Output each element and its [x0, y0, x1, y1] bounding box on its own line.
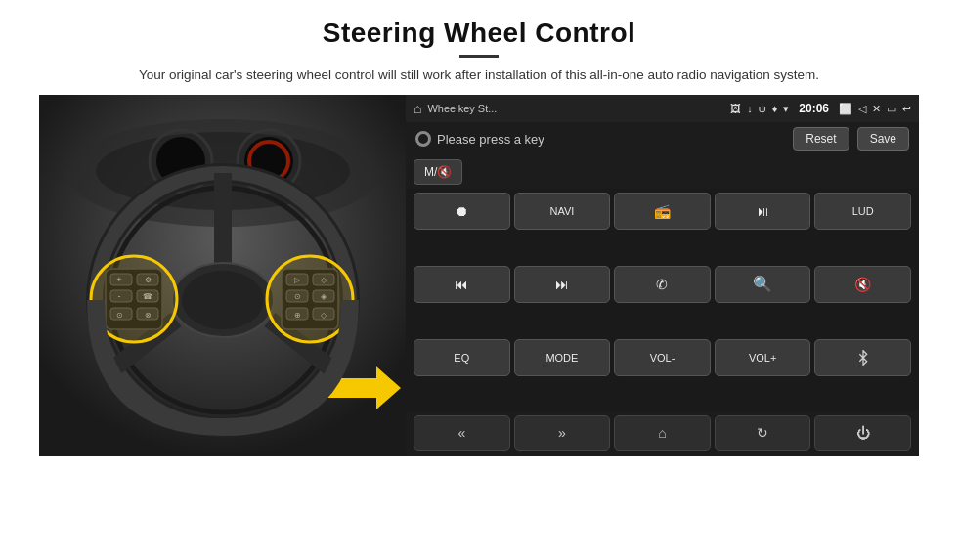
grid-btn-playpause[interactable]: ⏯ — [715, 193, 811, 230]
forward-icon: » — [558, 425, 566, 441]
title-divider — [459, 55, 499, 58]
bluetooth-icon — [855, 350, 871, 366]
content-row: + ⚙ - ☎ ⊙ ⊗ ▷ ◇ ⊙ ◈ ⊕ ◇ — [39, 95, 919, 456]
prev-icon: ⏮ — [455, 277, 468, 292]
mute-row: M/🔇 — [406, 155, 919, 189]
mute-icon: 🔇 — [854, 277, 871, 292]
grid-btn-prev[interactable]: ⏮ — [414, 266, 510, 303]
press-key-text: Please press a key — [437, 132, 544, 147]
vol-down-label: VOL- — [650, 352, 675, 364]
eq-label: EQ — [454, 352, 469, 364]
nav-rewind[interactable]: « — [414, 415, 510, 451]
rewind-icon: « — [457, 425, 465, 441]
refresh-icon: ↻ — [757, 425, 768, 441]
grid-btn-navi[interactable]: NAVI — [514, 193, 611, 230]
mute-mode-label: M/🔇 — [424, 165, 452, 179]
radio-icon: 📻 — [654, 203, 671, 219]
mode-label: MODE — [545, 352, 578, 364]
grid-btn-mode[interactable]: MODE — [514, 339, 611, 376]
next-icon: ⏭ — [555, 277, 569, 292]
grid-btn-bt[interactable] — [814, 339, 911, 376]
status-signal-icon: ψ — [759, 103, 766, 114]
title-section: Steering Wheel Control Your original car… — [39, 18, 919, 85]
radio-ui: ⌂ Wheelkey St... 🖼 ↓ ψ ♦ ▾ 20:06 ⬜ ◁ ✕ ▭… — [406, 95, 919, 456]
search-icon: 🔍 — [753, 275, 772, 293]
status-media-icons: 🖼 — [730, 103, 741, 114]
page-wrapper: Steering Wheel Control Your original car… — [0, 0, 958, 560]
phone-icon: ✆ — [656, 277, 668, 292]
top-bar: Please press a key Reset Save — [406, 122, 919, 155]
status-download-icon: ↓ — [747, 103, 753, 114]
reset-button[interactable]: Reset — [793, 127, 849, 151]
svg-point-15 — [182, 271, 264, 329]
status-bar: ⌂ Wheelkey St... 🖼 ↓ ψ ♦ ▾ 20:06 ⬜ ◁ ✕ ▭… — [406, 95, 919, 122]
status-wifi-icon: ▾ — [783, 103, 789, 115]
nav-refresh[interactable]: ↻ — [715, 415, 811, 451]
car-image-section: + ⚙ - ☎ ⊙ ⊗ ▷ ◇ ⊙ ◈ ⊕ ◇ — [39, 95, 406, 456]
navi-label: NAVI — [549, 205, 574, 217]
radio-circle-icon — [415, 131, 431, 147]
status-camera-icon: ⬜ — [839, 103, 852, 115]
status-time: 20:06 — [799, 102, 829, 115]
grid-btn-radio[interactable]: 📻 — [614, 193, 711, 230]
status-vol-icon[interactable]: ◁ — [858, 103, 866, 115]
source-icon: ⏺ — [455, 203, 468, 219]
playpause-icon: ⏯ — [756, 203, 769, 219]
status-cast-icon[interactable]: ▭ — [887, 103, 896, 115]
subtitle: Your original car's steering wheel contr… — [108, 65, 850, 85]
app-name-label: Wheelkey St... — [427, 103, 724, 114]
grid-btn-search[interactable]: 🔍 — [715, 266, 811, 303]
status-location-icon: ♦ — [772, 103, 778, 114]
grid-btn-vol-up[interactable]: VOL+ — [715, 339, 811, 376]
power-icon: ⏻ — [856, 425, 870, 441]
nav-home-icon: ⌂ — [658, 425, 666, 441]
press-key-indicator: Please press a key — [415, 131, 785, 147]
grid-btn-vol-down[interactable]: VOL- — [614, 339, 711, 376]
button-grid: ⏺ NAVI 📻 ⏯ LUD ⏮ ⏭ ✆ 🔍 🔇 EQ MODE VOL- VO… — [406, 189, 919, 411]
home-status-icon[interactable]: ⌂ — [414, 101, 421, 116]
vol-up-label: VOL+ — [749, 352, 776, 364]
lud-label: LUD — [852, 205, 874, 217]
mute-mode-button[interactable]: M/🔇 — [414, 159, 462, 185]
grid-btn-lud[interactable]: LUD — [814, 193, 911, 230]
save-button[interactable]: Save — [857, 127, 909, 151]
grid-btn-source[interactable]: ⏺ — [414, 193, 510, 230]
status-close-icon[interactable]: ✕ — [872, 103, 881, 115]
nav-forward[interactable]: » — [514, 415, 611, 451]
nav-power[interactable]: ⏻ — [814, 415, 911, 451]
grid-btn-next[interactable]: ⏭ — [514, 266, 611, 303]
page-title: Steering Wheel Control — [39, 18, 919, 49]
nav-home[interactable]: ⌂ — [614, 415, 711, 451]
grid-btn-eq[interactable]: EQ — [414, 339, 510, 376]
grid-btn-phone[interactable]: ✆ — [614, 266, 711, 303]
status-back-icon[interactable]: ↩ — [902, 103, 911, 115]
grid-btn-mute[interactable]: 🔇 — [814, 266, 911, 303]
bottom-nav: « » ⌂ ↻ ⏻ — [406, 411, 919, 456]
